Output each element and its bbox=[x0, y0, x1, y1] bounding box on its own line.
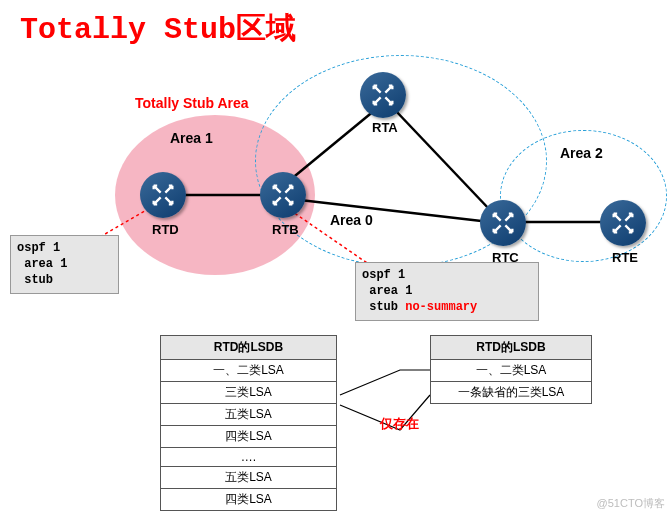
page-title: Totally Stub区域 bbox=[20, 8, 296, 49]
lsdb-row: 一、二类LSA bbox=[161, 360, 336, 382]
lsdb-before: RTD的LSDB 一、二类LSA 三类LSA 五类LSA 四类LSA …. 五类… bbox=[160, 335, 337, 511]
router-icon bbox=[269, 181, 297, 209]
router-rta bbox=[360, 72, 406, 118]
router-label-rta: RTA bbox=[372, 120, 398, 135]
router-label-rte: RTE bbox=[612, 250, 638, 265]
lsdb-row: …. bbox=[161, 448, 336, 467]
lsdb-row: 一、二类LSA bbox=[431, 360, 591, 382]
cfg-line: ospf 1 bbox=[362, 268, 405, 282]
lsdb-row: 四类LSA bbox=[161, 489, 336, 510]
cfg-line: stub no-summary bbox=[362, 300, 477, 314]
router-rtd bbox=[140, 172, 186, 218]
router-icon bbox=[369, 81, 397, 109]
area1-label: Area 1 bbox=[170, 130, 213, 146]
router-label-rtb: RTB bbox=[272, 222, 299, 237]
lsdb-row: 三类LSA bbox=[161, 382, 336, 404]
lsdb-header: RTD的LSDB bbox=[161, 336, 336, 360]
cfg-line: stub bbox=[17, 273, 53, 287]
lsdb-row: 五类LSA bbox=[161, 404, 336, 426]
router-icon bbox=[149, 181, 177, 209]
watermark: @51CTO博客 bbox=[597, 496, 665, 511]
lsdb-row: 五类LSA bbox=[161, 467, 336, 489]
router-rte bbox=[600, 200, 646, 246]
cfg-line: ospf 1 bbox=[17, 241, 60, 255]
only-label: 仅存在 bbox=[380, 415, 419, 433]
config-rtb: ospf 1 area 1 stub no-summary bbox=[355, 262, 539, 321]
router-label-rtd: RTD bbox=[152, 222, 179, 237]
stub-area-label: Totally Stub Area bbox=[135, 95, 249, 111]
lsdb-row: 一条缺省的三类LSA bbox=[431, 382, 591, 403]
diagram-stage: Totally Stub区域 RTA RTB RTC RTD RTE Total… bbox=[0, 0, 671, 515]
config-rtd: ospf 1 area 1 stub bbox=[10, 235, 119, 294]
cfg-line: area 1 bbox=[362, 284, 412, 298]
lsdb-row: 四类LSA bbox=[161, 426, 336, 448]
router-icon bbox=[489, 209, 517, 237]
router-rtb bbox=[260, 172, 306, 218]
area2-label: Area 2 bbox=[560, 145, 603, 161]
router-rtc bbox=[480, 200, 526, 246]
router-icon bbox=[609, 209, 637, 237]
area0-label: Area 0 bbox=[330, 212, 373, 228]
lsdb-header: RTD的LSDB bbox=[431, 336, 591, 360]
lsdb-after: RTD的LSDB 一、二类LSA 一条缺省的三类LSA bbox=[430, 335, 592, 404]
cfg-line: area 1 bbox=[17, 257, 67, 271]
